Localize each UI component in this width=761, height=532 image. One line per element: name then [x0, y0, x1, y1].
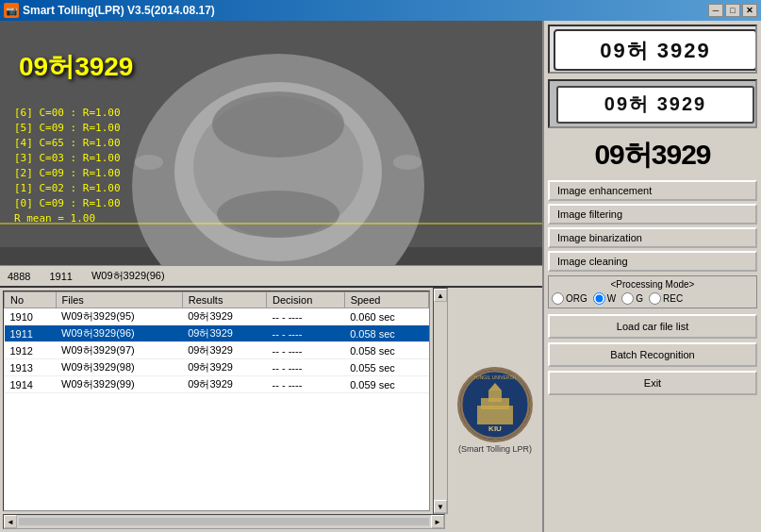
table-row[interactable]: 1912W09허3929(97)09허3929-- - ----0.058 se… [5, 342, 429, 359]
table-scrollbar-v[interactable]: ▲ ▼ [433, 288, 448, 514]
table-cell-decision: -- - ---- [267, 308, 345, 325]
plate-image-top: 09허 3929 [548, 25, 757, 74]
batch-recognition-button[interactable]: Batch Recognition [548, 342, 757, 367]
exit-button[interactable]: Exit [548, 371, 757, 395]
col-no: No [5, 292, 57, 308]
table-cell-speed: 0.058 sec [344, 342, 428, 359]
mode-g-radio[interactable] [621, 292, 634, 305]
table-cell-results: 09허3929 [182, 342, 266, 359]
scroll-right-btn[interactable]: ► [431, 515, 444, 528]
svg-rect-20 [488, 391, 502, 402]
table-cell-file: W09허3929(95) [56, 308, 182, 325]
table-cell-results: 09허3929 [182, 376, 266, 393]
processing-mode: <Processing Mode> ORG W G REC [548, 275, 757, 308]
app-icon: 📷 [4, 3, 19, 18]
processing-mode-radio-group: ORG W G REC [552, 292, 753, 305]
results-table-container[interactable]: No Files Results Decision Speed 1910W09허… [3, 291, 430, 511]
table-cell-no: 1910 [5, 308, 57, 325]
svg-point-8 [135, 155, 163, 170]
bottom-panel: No Files Results Decision Speed 1910W09허… [0, 286, 542, 532]
table-row[interactable]: 1911W09허3929(96)09허3929-- - ----0.058 se… [5, 325, 429, 342]
svg-text:KIU: KIU [488, 424, 502, 433]
mode-w[interactable]: W [593, 292, 616, 305]
debug-rmean: R mean = 1.00 [14, 211, 121, 226]
table-scrollbar-h[interactable]: ◄ ► [3, 514, 445, 529]
table-cell-no: 1913 [5, 359, 57, 376]
scroll-down-btn[interactable]: ▼ [434, 500, 447, 513]
logo-panel: KIU KYUNGIL UNIVERSITY (Smart Tolling LP… [448, 288, 542, 532]
status-bar: 4888 1911 W09허3929(96) [0, 265, 542, 286]
title-bar: 📷 Smart Tolling(LPR) V3.5(2014.08.17) ─ … [0, 0, 761, 21]
mode-w-radio[interactable] [593, 292, 605, 305]
svg-text:KYUNGIL UNIVERSITY: KYUNGIL UNIVERSITY [470, 374, 521, 380]
table-cell-speed: 0.059 sec [344, 376, 428, 393]
col-decision: Decision [267, 292, 345, 308]
table-cell-results: 09허3929 [182, 359, 266, 376]
mode-org-radio[interactable] [552, 292, 564, 305]
debug-info: [6] C=00 : R=1.00 [5] C=09 : R=1.00 [4] … [14, 106, 121, 226]
debug-line-6: [6] C=00 : R=1.00 [14, 106, 121, 121]
mode-rec-radio[interactable] [649, 292, 661, 305]
university-logo: KIU KYUNGIL UNIVERSITY [457, 367, 533, 442]
table-cell-speed: 0.055 sec [344, 359, 428, 376]
maximize-button[interactable]: □ [725, 4, 740, 17]
table-cell-no: 1912 [5, 342, 57, 359]
image-filtering-button[interactable]: Image filtering [548, 204, 757, 224]
table-cell-decision: -- - ---- [267, 325, 345, 342]
debug-line-4: [4] C=65 : R=1.00 [14, 136, 121, 151]
action-buttons: Load car file list Batch Recognition Exi… [548, 314, 757, 395]
image-cleaning-button[interactable]: Image cleaning [548, 251, 757, 272]
table-row[interactable]: 1914W09허3929(99)09허3929-- - ----0.059 se… [5, 376, 429, 393]
debug-line-3: [3] C=03 : R=1.00 [14, 151, 121, 166]
window-title: Smart Tolling(LPR) V3.5(2014.08.17) [23, 4, 215, 17]
table-row[interactable]: 1910W09허3929(95)09허3929-- - ----0.060 se… [5, 308, 429, 325]
right-panel: 09허 3929 09허 3929 09허3929 [542, 21, 761, 532]
processing-buttons: Image enhancement Image filtering Image … [548, 180, 757, 272]
svg-text:09허 3929: 09허 3929 [604, 93, 706, 114]
debug-line-0: [0] C=09 : R=1.00 [14, 196, 121, 211]
title-controls: ─ □ ✕ [708, 4, 757, 17]
mode-g[interactable]: G [621, 292, 643, 305]
scroll-track [19, 518, 429, 525]
scroll-up-btn[interactable]: ▲ [434, 289, 447, 302]
load-car-file-button[interactable]: Load car file list [548, 314, 757, 339]
scroll-left-btn[interactable]: ◄ [4, 515, 17, 528]
col-files: Files [56, 292, 182, 308]
status-code2: 1911 [49, 271, 72, 282]
table-cell-no: 1911 [5, 325, 57, 342]
table-cell-decision: -- - ---- [267, 342, 345, 359]
close-button[interactable]: ✕ [742, 4, 757, 17]
image-enhancement-button[interactable]: Image enhancement [548, 180, 757, 201]
plate-svg-top: 09허 3929 [550, 26, 757, 74]
svg-point-9 [393, 155, 422, 170]
plate-image-mid: 09허 3929 [548, 79, 757, 128]
camera-view: 09허 3929 KIA 09허3929 [6] C=00 : R=1.00 [… [0, 21, 542, 265]
status-code1: 4888 [8, 271, 30, 282]
logo-caption: (Smart Tolling LPR) [458, 444, 532, 454]
title-bar-left: 📷 Smart Tolling(LPR) V3.5(2014.08.17) [4, 3, 215, 18]
plate-number-overlay: 09허3929 [19, 49, 133, 85]
debug-line-5: [5] C=09 : R=1.00 [14, 121, 121, 136]
col-speed: Speed [344, 292, 428, 308]
results-table: No Files Results Decision Speed 1910W09허… [4, 291, 429, 393]
logo-svg: KIU KYUNGIL UNIVERSITY [460, 370, 530, 440]
debug-line-1: [1] C=02 : R=1.00 [14, 181, 121, 196]
table-cell-file: W09허3929(96) [56, 325, 182, 342]
minimize-button[interactable]: ─ [708, 4, 723, 17]
table-cell-results: 09허3929 [182, 325, 266, 342]
table-cell-decision: -- - ---- [267, 376, 345, 393]
table-cell-file: W09허3929(98) [56, 359, 182, 376]
recognition-text: 09허3929 [594, 137, 710, 172]
svg-point-7 [217, 191, 339, 238]
table-cell-no: 1914 [5, 376, 57, 393]
svg-point-6 [212, 91, 344, 158]
mode-org[interactable]: ORG [552, 292, 587, 305]
table-row[interactable]: 1913W09허3929(98)09허3929-- - ----0.055 se… [5, 359, 429, 376]
image-binarization-button[interactable]: Image binarization [548, 227, 757, 248]
status-plate: W09허3929(96) [91, 269, 165, 283]
table-cell-results: 09허3929 [182, 308, 266, 325]
table-cell-decision: -- - ---- [267, 359, 345, 376]
debug-line-2: [2] C=09 : R=1.00 [14, 166, 121, 181]
mode-rec[interactable]: REC [649, 292, 683, 305]
table-cell-speed: 0.060 sec [344, 308, 428, 325]
